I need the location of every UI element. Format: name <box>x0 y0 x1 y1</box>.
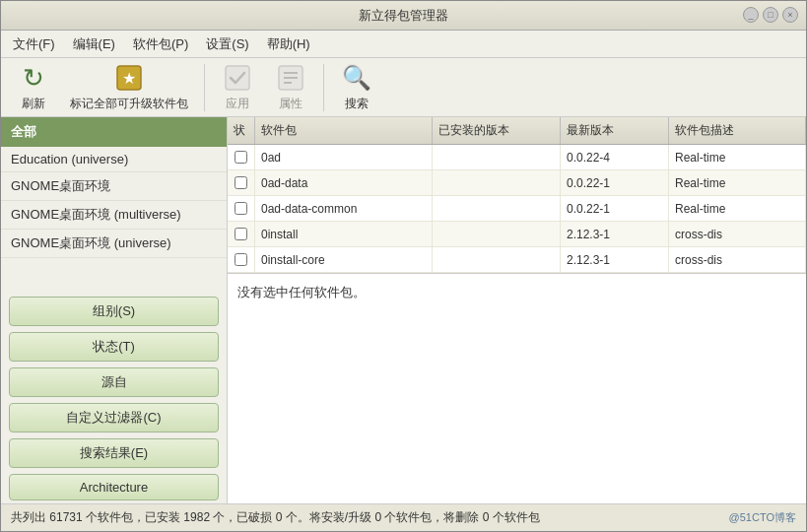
row-0-checkbox[interactable] <box>235 151 247 164</box>
mark-upgrades-label: 标记全部可升级软件包 <box>70 96 188 112</box>
apply-label: 应用 <box>226 96 249 112</box>
row-1-desc: Real-time <box>669 170 806 195</box>
row-0-check[interactable] <box>228 145 255 169</box>
menu-edit[interactable]: 编辑(E) <box>65 33 123 56</box>
status-button[interactable]: 状态(T) <box>9 332 219 362</box>
table-row: 0ad-data-common 0.0.22-1 Real-time <box>228 196 806 222</box>
custom-filter-button[interactable]: 自定义过滤器(C) <box>9 403 219 432</box>
row-2-latest: 0.0.22-1 <box>561 196 669 221</box>
row-0-installed <box>433 145 561 169</box>
sidebar-item-gnome-multiverse[interactable]: GNOME桌面环境 (multiverse) <box>1 201 227 230</box>
toolbar-separator-2 <box>323 64 324 111</box>
table-header: 状 软件包 已安装的版本 最新版本 软件包描述 <box>228 117 806 145</box>
mark-upgrades-button[interactable]: ★ 标记全部可升级软件包 <box>62 58 196 116</box>
mark-icon: ★ <box>113 62 145 94</box>
th-status: 状 <box>228 117 255 144</box>
th-latest: 最新版本 <box>561 117 669 144</box>
main-area: 全部 Education (universe) GNOME桌面环境 GNOME桌… <box>1 117 806 503</box>
status-bar: 共列出 61731 个软件包，已安装 1982 个，已破损 0 个。将安装/升级… <box>1 503 806 531</box>
detail-panel: 没有选中任何软件包。 <box>228 273 806 503</box>
maximize-button[interactable]: □ <box>763 7 778 23</box>
package-table: 0ad 0.0.22-4 Real-time 0ad-data 0.0.22-1… <box>228 145 806 273</box>
row-4-check[interactable] <box>228 247 255 272</box>
table-row: 0install-core 2.12.3-1 cross-dis <box>228 247 806 273</box>
refresh-icon: ↻ <box>18 62 49 94</box>
title-bar: 新立得包管理器 _ □ × <box>1 1 806 31</box>
refresh-button[interactable]: ↻ 刷新 <box>9 58 58 116</box>
sidebar-item-gnome-universe[interactable]: GNOME桌面环境 (universe) <box>1 230 227 258</box>
row-4-installed <box>433 247 561 272</box>
row-3-checkbox[interactable] <box>235 228 247 240</box>
table-row: 0ad-data 0.0.22-1 Real-time <box>228 170 806 196</box>
row-2-checkbox[interactable] <box>235 202 247 215</box>
row-2-name: 0ad-data-common <box>255 196 433 221</box>
architecture-button[interactable]: Architecture <box>9 474 219 500</box>
th-installed: 已安装的版本 <box>433 117 561 144</box>
detail-text: 没有选中任何软件包。 <box>237 285 366 299</box>
row-0-latest: 0.0.22-4 <box>561 145 669 169</box>
menu-file[interactable]: 文件(F) <box>5 33 63 56</box>
apply-button[interactable]: 应用 <box>213 58 262 116</box>
main-window: 新立得包管理器 _ □ × 文件(F) 编辑(E) 软件包(P) 设置(S) 帮… <box>0 0 807 532</box>
row-4-checkbox[interactable] <box>235 253 247 266</box>
group-button[interactable]: 组别(S) <box>9 297 219 326</box>
row-0-desc: Real-time <box>669 145 806 169</box>
window-title: 新立得包管理器 <box>359 7 448 25</box>
apply-icon <box>222 62 253 94</box>
sidebar-item-gnome[interactable]: GNOME桌面环境 <box>1 172 227 201</box>
sidebar-all-item[interactable]: 全部 <box>1 117 227 147</box>
minimize-button[interactable]: _ <box>743 7 759 23</box>
content-area: 状 软件包 已安装的版本 最新版本 软件包描述 0ad 0.0.22-4 Rea… <box>228 117 806 503</box>
menu-help[interactable]: 帮助(H) <box>259 33 318 56</box>
properties-label: 属性 <box>279 96 303 112</box>
row-2-installed <box>433 196 561 221</box>
row-1-name: 0ad-data <box>255 170 433 195</box>
row-4-name: 0install-core <box>255 247 433 272</box>
properties-icon <box>275 62 306 94</box>
table-row: 0ad 0.0.22-4 Real-time <box>228 145 806 170</box>
status-text: 共列出 61731 个软件包，已安装 1982 个，已破损 0 个。将安装/升级… <box>11 509 540 526</box>
search-label: 搜索 <box>345 96 369 112</box>
row-1-installed <box>433 170 561 195</box>
table-row: 0install 2.12.3-1 cross-dis <box>228 222 806 247</box>
properties-button[interactable]: 属性 <box>266 58 315 116</box>
row-1-latest: 0.0.22-1 <box>561 170 669 195</box>
menu-settings[interactable]: 设置(S) <box>198 33 256 56</box>
row-2-desc: Real-time <box>669 196 806 221</box>
row-4-latest: 2.12.3-1 <box>561 247 669 272</box>
row-2-check[interactable] <box>228 196 255 221</box>
row-3-desc: cross-dis <box>669 222 806 246</box>
refresh-label: 刷新 <box>22 96 45 112</box>
menu-bar: 文件(F) 编辑(E) 软件包(P) 设置(S) 帮助(H) <box>1 31 806 58</box>
row-3-check[interactable] <box>228 222 255 246</box>
th-package: 软件包 <box>255 117 433 144</box>
row-1-checkbox[interactable] <box>235 176 247 189</box>
row-1-check[interactable] <box>228 170 255 195</box>
search-icon: 🔍 <box>341 62 372 94</box>
close-button[interactable]: × <box>782 7 798 23</box>
search-button[interactable]: 🔍 搜索 <box>332 58 381 116</box>
row-0-name: 0ad <box>255 145 433 169</box>
svg-rect-2 <box>226 66 249 90</box>
menu-packages[interactable]: 软件包(P) <box>125 33 196 56</box>
search-results-button[interactable]: 搜索结果(E) <box>9 438 219 468</box>
window-controls: _ □ × <box>743 7 798 23</box>
toolbar-separator-1 <box>204 64 205 111</box>
toolbar: ↻ 刷新 ★ 标记全部可升级软件包 应用 <box>1 58 806 117</box>
sidebar-item-education[interactable]: Education (universe) <box>1 147 227 172</box>
svg-text:★: ★ <box>122 70 136 87</box>
row-4-desc: cross-dis <box>669 247 806 272</box>
th-desc: 软件包描述 <box>669 117 806 144</box>
row-3-name: 0install <box>255 222 433 246</box>
origin-button[interactable]: 源自 <box>9 367 219 397</box>
row-3-installed <box>433 222 561 246</box>
row-3-latest: 2.12.3-1 <box>561 222 669 246</box>
sidebar: 全部 Education (universe) GNOME桌面环境 GNOME桌… <box>1 117 228 503</box>
watermark: @51CTO博客 <box>729 510 796 525</box>
